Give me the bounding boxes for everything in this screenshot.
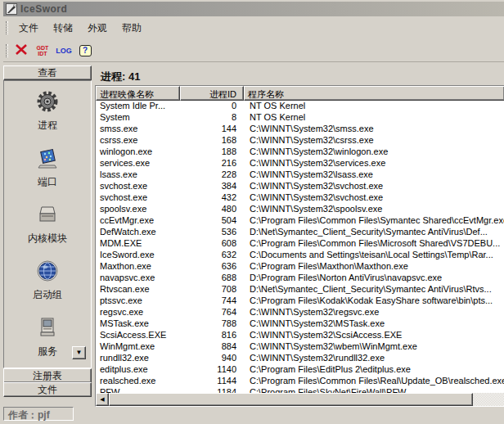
drive-icon [35, 202, 60, 229]
kill-process-button[interactable] [11, 42, 31, 60]
table-row[interactable]: WinMgmt.exe884C:\WINNT\System32\wbem\Win… [96, 341, 504, 353]
process-name-cell: svchost.exe [96, 181, 180, 192]
app-icon [6, 3, 17, 15]
process-id-cell: 216 [180, 158, 244, 169]
program-path-cell: C:\Program Files\Maxthon\Maxthon.exe [244, 261, 504, 273]
sidebar-item-label: 内核模块 [28, 232, 67, 246]
process-id-cell: 480 [180, 204, 244, 215]
process-name-cell: editplus.exe [96, 364, 180, 376]
help-icon: ? [79, 45, 92, 56]
menu-file[interactable]: 文件 [11, 19, 46, 38]
process-name-cell: WinMgmt.exe [96, 341, 180, 353]
table-row[interactable]: realsched.exe1144C:\Program Files\Common… [96, 376, 504, 387]
table-row[interactable]: MSTask.exe788C:\WINNT\System32\MSTask.ex… [96, 318, 504, 330]
process-id-cell: 144 [180, 124, 244, 135]
sidebar-group-file-button[interactable]: 文件 [3, 382, 92, 397]
menu-appearance[interactable]: 外观 [80, 19, 115, 38]
column-header-process-id[interactable]: 进程ID [180, 86, 244, 101]
sidebar-item-label: 启动组 [33, 288, 62, 302]
process-name-cell: System [96, 112, 180, 124]
table-row[interactable]: IceSword.exe632C:\Documents and Settings… [96, 250, 504, 261]
program-path-cell: C:\WINNT\System32\svchost.exe [244, 181, 504, 192]
table-row[interactable]: editplus.exe1140C:\Program Files\EditPlu… [96, 364, 504, 376]
program-path-cell: D:\Net\Symantec_Client_Security\Symantec… [244, 284, 504, 295]
table-row[interactable]: services.exe216C:\WINNT\System32\service… [96, 158, 504, 169]
chevron-down-icon: ▼ [76, 349, 83, 356]
process-id-cell: 636 [180, 261, 244, 273]
table-row[interactable]: winlogon.exe188C:\WINNT\System32\winlogo… [96, 147, 504, 158]
table-row[interactable]: ScsiAccess.EXE816C:\WINNT\System32\ScsiA… [96, 330, 504, 341]
process-table-body: System Idle Pr...0NT OS KernelSystem8NT … [96, 101, 504, 395]
process-id-cell: 1140 [180, 364, 244, 376]
process-id-cell: 764 [180, 307, 244, 318]
process-name-cell: IceSword.exe [96, 250, 180, 261]
process-name-cell: MDM.EXE [96, 238, 180, 250]
table-row[interactable]: Maxthon.exe636C:\Program Files\Maxthon\M… [96, 261, 504, 273]
table-row[interactable]: MDM.EXE608C:\Program Files\Common Files\… [96, 238, 504, 250]
table-row[interactable]: navapsvc.exe688D:\Program Files\Norton A… [96, 273, 504, 284]
program-path-cell: C:\WINNT\System32\MSTask.exe [244, 318, 504, 330]
table-row[interactable]: rundll32.exe940C:\WINNT\System32\rundll3… [96, 353, 504, 364]
process-id-cell: 816 [180, 330, 244, 341]
process-id-cell: 228 [180, 169, 244, 181]
help-button[interactable]: ? [75, 42, 95, 60]
table-row[interactable]: smss.exe144C:\WINNT\System32\smss.exe [96, 124, 504, 135]
sidebar-item-process[interactable]: 进程 [35, 89, 60, 133]
table-row[interactable]: spoolsv.exe480C:\WINNT\System32\spoolsv.… [96, 204, 504, 215]
toolbar-grip[interactable] [6, 44, 8, 57]
process-name-cell: System Idle Pr... [96, 101, 180, 112]
table-row[interactable]: Rtvscan.exe708D:\Net\Symantec_Client_Sec… [96, 284, 504, 295]
program-path-cell: C:\WINNT\System32\rundll32.exe [244, 353, 504, 364]
column-header-image-name[interactable]: 进程映像名称 [96, 86, 180, 101]
table-row[interactable]: lsass.exe228C:\WINNT\System32\lsass.exe [96, 169, 504, 181]
process-id-cell: 188 [180, 147, 244, 158]
table-row[interactable]: ccEvtMgr.exe504C:\Program Files\Common F… [96, 215, 504, 227]
program-path-cell: C:\WINNT\System32\wbem\WinMgmt.exe [244, 341, 504, 353]
program-path-cell: C:\WINNT\System32\csrss.exe [244, 135, 504, 147]
menu-grip[interactable] [6, 21, 8, 34]
menu-help[interactable]: 帮助 [115, 19, 149, 38]
table-row[interactable]: regsvc.exe764C:\WINNT\System32\regsvc.ex… [96, 307, 504, 318]
sidebar-item-port[interactable]: 端口 [35, 146, 60, 189]
table-row[interactable]: svchost.exe432C:\WINNT\System32\svchost.… [96, 192, 504, 204]
process-name-cell: regsvc.exe [96, 307, 180, 318]
page-title: 进程: 41 [101, 70, 140, 84]
status-bar: 作者：pjf [3, 406, 504, 424]
table-row[interactable]: System8NT OS Kernel [96, 112, 504, 124]
program-path-cell: C:\WINNT\System32\lsass.exe [244, 169, 504, 181]
scroll-left-button[interactable]: ◀ [96, 393, 109, 406]
globe-icon [35, 259, 60, 286]
program-path-cell: C:\Program Files\Common Files\Symantec S… [244, 215, 504, 227]
title-bar[interactable]: IceSword [3, 2, 504, 16]
table-row[interactable]: System Idle Pr...0NT OS Kernel [96, 101, 504, 112]
chevron-left-icon: ◀ [100, 396, 104, 402]
port-icon [35, 146, 60, 173]
sidebar-item-startup-group[interactable]: 启动组 [33, 259, 62, 302]
program-path-cell: C:\Program Files\EditPlus 2\editplus.exe [244, 364, 504, 376]
scrollbar-thumb[interactable] [109, 393, 473, 406]
sidebar-scroll-down-button[interactable]: ▼ [72, 346, 86, 359]
horizontal-scrollbar[interactable]: ◀ [96, 393, 504, 406]
process-id-cell: 0 [180, 101, 244, 112]
process-id-cell: 744 [180, 295, 244, 307]
computer-icon [35, 315, 60, 342]
table-row[interactable]: ptssvc.exe744C:\Program Files\Kodak\Koda… [96, 295, 504, 307]
process-name-cell: lsass.exe [96, 169, 180, 181]
menu-dump[interactable]: 转储 [46, 19, 80, 38]
process-id-cell: 432 [180, 192, 244, 204]
program-path-cell: C:\Program Files\Common Files\Microsoft … [244, 238, 504, 250]
program-path-cell: C:\WINNT\System32\services.exe [244, 158, 504, 169]
process-id-cell: 1144 [180, 376, 244, 387]
table-row[interactable]: DefWatch.exe536D:\Net\Symantec_Client_Se… [96, 227, 504, 238]
column-header-program-name[interactable]: 程序名称 [244, 86, 504, 101]
sidebar-item-kernel-module[interactable]: 内核模块 [28, 202, 67, 246]
sidebar-item-label: 端口 [38, 175, 57, 189]
log-button[interactable]: LOG [54, 42, 74, 60]
sidebar-item-service[interactable]: 服务 [35, 315, 60, 359]
process-id-cell: 168 [180, 135, 244, 147]
sidebar-group-view-button[interactable]: 查看 [3, 65, 92, 80]
table-row[interactable]: svchost.exe384C:\WINNT\System32\svchost.… [96, 181, 504, 192]
sidebar-group-registry-button[interactable]: 注册表 [3, 368, 92, 383]
table-row[interactable]: csrss.exe168C:\WINNT\System32\csrss.exe [96, 135, 504, 147]
gdt-idt-button[interactable]: GDT IDT [33, 42, 52, 60]
